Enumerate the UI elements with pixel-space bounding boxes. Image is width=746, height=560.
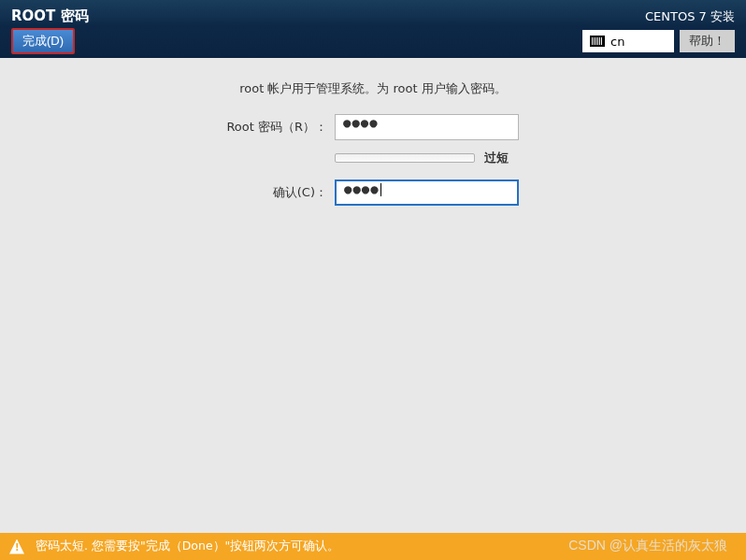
confirm-mask: ●●●●	[344, 181, 380, 196]
main-content: root 帐户用于管理系统。为 root 用户输入密码。 Root 密码（R）：…	[0, 58, 746, 206]
password-label: Root 密码（R）：	[224, 119, 327, 136]
help-button[interactable]: 帮助！	[680, 30, 735, 52]
installer-label: CENTOS 7 安装	[645, 8, 735, 25]
password-row: Root 密码（R）： ●●●●	[224, 114, 746, 140]
header-row-top: ROOT 密码 CENTOS 7 安装	[11, 7, 735, 25]
confirm-row: 确认(C)： ●●●●	[224, 179, 746, 206]
password-strength-text: 过短	[484, 150, 509, 166]
password-mask: ●●●●	[343, 115, 379, 130]
header-right-controls: cn 帮助！	[582, 30, 735, 52]
page-title: ROOT 密码	[11, 7, 89, 25]
warning-text: 密码太短. 您需要按"完成（Done）"按钮两次方可确认。	[36, 538, 339, 554]
confirm-password-input[interactable]: ●●●●	[335, 179, 519, 206]
password-strength-bar	[335, 153, 475, 163]
keyboard-layout-selector[interactable]: cn	[582, 30, 674, 52]
header-row-bottom: 完成(D) cn 帮助！	[11, 28, 735, 54]
keyboard-icon	[590, 36, 605, 47]
warning-icon	[9, 539, 24, 554]
root-password-input[interactable]: ●●●●	[335, 114, 519, 140]
watermark-text: CSDN @认真生活的灰太狼	[568, 538, 727, 554]
confirm-label: 确认(C)：	[224, 184, 327, 201]
done-button[interactable]: 完成(D)	[11, 28, 75, 54]
text-cursor	[380, 183, 381, 196]
instruction-text: root 帐户用于管理系统。为 root 用户输入密码。	[0, 80, 746, 97]
keyboard-layout-label: cn	[610, 35, 624, 49]
strength-row: 过短	[335, 150, 746, 166]
header-bar: ROOT 密码 CENTOS 7 安装 完成(D) cn 帮助！	[0, 0, 746, 58]
